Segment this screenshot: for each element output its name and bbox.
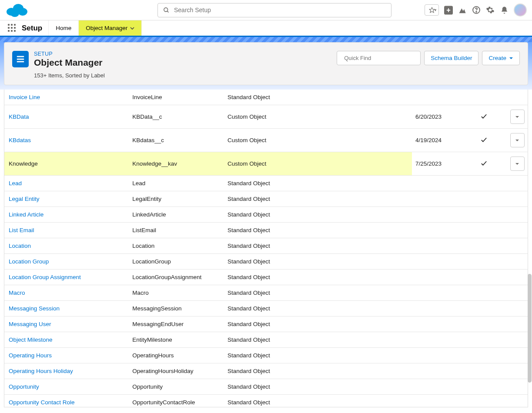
object-modified-date [412, 363, 461, 379]
object-label-link[interactable]: Opportunity Contact Role [9, 399, 75, 406]
object-deployed [461, 207, 506, 223]
object-label-link[interactable]: Operating Hours [9, 352, 52, 359]
object-label-link[interactable]: KBdatas [9, 137, 31, 143]
tab-object-manager[interactable]: Object Manager [79, 20, 142, 36]
object-label-link[interactable]: Macro [9, 290, 25, 296]
table-row: Location Group AssignmentLocationGroupAs… [4, 270, 528, 285]
object-type: Standard Object [224, 316, 412, 332]
schema-builder-button[interactable]: Schema Builder [424, 51, 478, 65]
table-row: Legal EntityLegalEntityStandard Object [4, 191, 528, 207]
object-label-link[interactable]: Messaging User [9, 321, 51, 327]
object-api-name: InvoiceLine [129, 90, 224, 105]
create-button[interactable]: Create [482, 51, 520, 65]
svg-rect-10 [17, 56, 24, 57]
object-api-name: Lead [129, 176, 224, 191]
check-icon [464, 160, 503, 167]
check-icon [464, 136, 503, 143]
add-icon[interactable] [444, 6, 453, 14]
table-row: MacroMacroStandard Object [4, 285, 528, 301]
tab-home[interactable]: Home [49, 20, 79, 36]
object-label-link[interactable]: Lead [9, 180, 22, 187]
header-utilities: ▼ [425, 3, 527, 17]
quick-find[interactable] [337, 51, 421, 65]
table-row: List EmailListEmailStandard Object [4, 223, 528, 238]
object-label-link[interactable]: Opportunity [9, 383, 39, 390]
object-modified-date [412, 238, 461, 254]
object-deployed [461, 105, 506, 129]
decorative-band [0, 37, 532, 42]
object-label-link[interactable]: List Email [9, 227, 34, 233]
object-deployed [461, 129, 506, 152]
object-label-link[interactable]: Legal Entity [9, 196, 40, 202]
notifications-icon[interactable] [500, 6, 509, 14]
object-type: Standard Object [224, 395, 412, 408]
global-search-input[interactable] [174, 7, 386, 13]
object-deployed [461, 363, 506, 379]
object-label-link[interactable]: KBData [9, 113, 29, 120]
row-actions-button[interactable] [510, 110, 525, 124]
object-label-link[interactable]: Messaging Session [9, 305, 60, 312]
context-bar: Setup Home Object Manager [0, 20, 532, 37]
object-label-link[interactable]: Location Group Assignment [9, 274, 81, 280]
check-icon [464, 113, 503, 120]
object-api-name: LegalEntity [129, 191, 224, 207]
svg-point-9 [476, 11, 477, 12]
avatar[interactable] [514, 3, 527, 17]
object-modified-date: 7/25/2023 [412, 152, 461, 176]
object-api-name: OpportunityContactRole [129, 395, 224, 408]
svg-line-5 [167, 11, 168, 12]
help-icon[interactable] [472, 6, 481, 14]
object-type: Standard Object [224, 332, 412, 348]
object-api-name: Location [129, 238, 224, 254]
salesforce-logo[interactable] [5, 2, 28, 18]
object-type: Custom Object [224, 105, 412, 129]
table-row: Invoice LineInvoiceLineStandard Object [4, 90, 528, 105]
object-deployed [461, 223, 506, 238]
page-header: SETUP Object Manager 153+ Items, Sorted … [4, 42, 528, 85]
object-api-name: Opportunity [129, 379, 224, 395]
object-label-link[interactable]: Location Group [9, 258, 49, 265]
table-row: KnowledgeKnowledge__kavCustom Object7/25… [4, 152, 528, 176]
table-row: Object MilestoneEntityMilestoneStandard … [4, 332, 528, 348]
object-type: Standard Object [224, 285, 412, 301]
object-type: Standard Object [224, 254, 412, 270]
table-row: Messaging UserMessagingEndUserStandard O… [4, 316, 528, 332]
object-api-name: OperatingHoursHoliday [129, 363, 224, 379]
object-api-name: LocationGroup [129, 254, 224, 270]
object-modified-date [412, 348, 461, 363]
object-api-name: MessagingSession [129, 301, 224, 316]
object-table[interactable]: Invoice LineInvoiceLineStandard ObjectKB… [4, 90, 528, 407]
table-row: KBdatasKBdatas__cCustom Object4/19/2024 [4, 129, 528, 152]
object-label-link[interactable]: Invoice Line [9, 94, 40, 100]
object-modified-date [412, 316, 461, 332]
row-actions-button[interactable] [510, 133, 525, 147]
row-actions-button[interactable] [510, 157, 525, 171]
object-deployed [461, 395, 506, 408]
object-modified-date [412, 254, 461, 270]
object-label-link[interactable]: Location [9, 243, 31, 249]
app-launcher[interactable]: Setup [0, 20, 49, 36]
scrollbar[interactable] [528, 274, 532, 383]
object-deployed [461, 301, 506, 316]
table-row: OpportunityOpportunityStandard Object [4, 379, 528, 395]
trailhead-icon[interactable] [458, 6, 467, 14]
object-label-link[interactable]: Linked Article [9, 211, 43, 218]
object-api-name: LocationGroupAssignment [129, 270, 224, 285]
object-modified-date [412, 379, 461, 395]
gear-icon[interactable] [486, 6, 495, 14]
object-label-link[interactable]: Operating Hours Holiday [9, 368, 73, 374]
global-search[interactable] [157, 3, 391, 17]
object-deployed [461, 270, 506, 285]
favorites-button[interactable]: ▼ [425, 4, 439, 16]
chevron-down-icon [509, 56, 513, 60]
table-row: Opportunity Contact RoleOpportunityConta… [4, 395, 528, 408]
quick-find-input[interactable] [344, 55, 417, 61]
object-deployed [461, 238, 506, 254]
object-deployed [461, 332, 506, 348]
svg-point-3 [10, 10, 19, 17]
object-type: Standard Object [224, 348, 412, 363]
object-deployed [461, 176, 506, 191]
object-label-link[interactable]: Object Milestone [9, 336, 53, 343]
object-label-link[interactable]: Knowledge [9, 160, 38, 167]
tab-object-manager-label: Object Manager [86, 25, 127, 31]
